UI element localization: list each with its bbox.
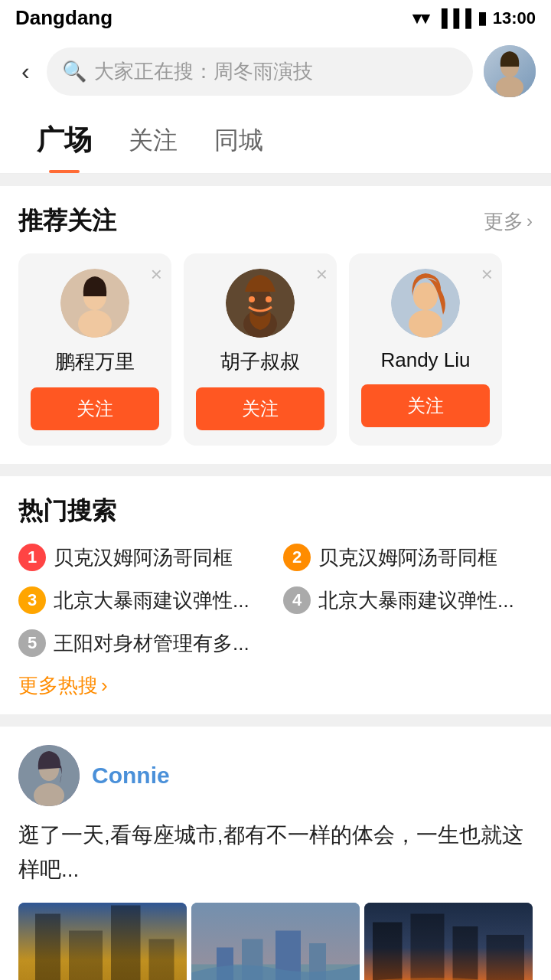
time: 13:00: [493, 8, 536, 28]
post-image-2: [191, 903, 360, 980]
user-avatar[interactable]: [484, 45, 536, 97]
rec-name-3: Randy Liu: [380, 348, 470, 372]
recommend-card-2: × 胡子叔叔 关注: [184, 253, 337, 446]
back-button[interactable]: ‹: [15, 54, 36, 89]
post-header: Connie: [18, 745, 533, 806]
signal-icon: ▐▐▐: [435, 8, 471, 28]
tab-同城[interactable]: 同城: [196, 109, 282, 172]
rec-name-1: 鹏程万里: [55, 348, 135, 375]
rec-avatar-2: [226, 269, 295, 338]
rec-name-2: 胡子叔叔: [220, 348, 300, 375]
close-card-1[interactable]: ×: [151, 263, 162, 286]
svg-rect-32: [453, 926, 478, 980]
status-icons: ▾▾ ▐▐▐ ▮ 13:00: [412, 8, 536, 28]
wifi-icon: ▾▾: [412, 8, 429, 28]
hot-item-4[interactable]: 4 北京大暴雨建议弹性...: [283, 586, 533, 614]
svg-point-10: [266, 296, 272, 302]
svg-rect-20: [111, 905, 141, 980]
rank-badge-4: 4: [283, 586, 311, 614]
hot-search-grid: 1 贝克汉姆阿汤哥同框 2 贝克汉姆阿汤哥同框 3 北京大暴雨建议弹性... 4…: [18, 544, 533, 657]
hot-item-2[interactable]: 2 贝克汉姆阿汤哥同框: [283, 544, 533, 571]
tab-广场[interactable]: 广场: [18, 106, 110, 173]
svg-rect-19: [69, 930, 103, 980]
chevron-right-hot: ›: [101, 674, 108, 697]
post-images: [18, 903, 533, 980]
recommend-title: 推荐关注: [18, 204, 116, 238]
hot-text-5: 王阳对身材管理有多...: [54, 630, 249, 657]
rec-avatar-1: [60, 269, 129, 338]
recommend-more[interactable]: 更多 ›: [484, 208, 533, 235]
more-hot-link[interactable]: 更多热搜 ›: [18, 672, 533, 699]
svg-point-12: [413, 283, 438, 310]
search-icon: 🔍: [62, 60, 86, 83]
recommend-header: 推荐关注 更多 ›: [18, 204, 533, 238]
rank-badge-3: 3: [18, 586, 46, 614]
avatar-image: [484, 45, 536, 97]
svg-rect-31: [411, 913, 445, 980]
follow-button-3[interactable]: 关注: [361, 384, 490, 427]
follow-button-2[interactable]: 关注: [196, 387, 324, 430]
search-bar[interactable]: 🔍 大家正在搜：周冬雨演技: [47, 47, 473, 96]
post-user-avatar[interactable]: [18, 745, 80, 806]
svg-point-5: [78, 310, 112, 338]
rank-badge-1: 1: [18, 544, 46, 571]
recommend-section: 推荐关注 更多 › × 鹏程万里 关注 ×: [0, 186, 551, 464]
post-image-1: [18, 903, 187, 980]
rec-avatar-3: [391, 269, 460, 338]
battery-icon: ▮: [478, 8, 487, 28]
svg-rect-21: [149, 939, 174, 980]
recommend-card-3: × Randy Liu 关注: [349, 253, 502, 446]
hot-item-5[interactable]: 5 王阳对身材管理有多...: [18, 629, 268, 657]
hot-item-1[interactable]: 1 贝克汉姆阿汤哥同框: [18, 544, 268, 571]
status-bar: Dangdang ▾▾ ▐▐▐ ▮ 13:00: [0, 0, 551, 36]
post-username[interactable]: Connie: [92, 763, 170, 789]
chevron-right-icon: ›: [527, 211, 533, 232]
close-card-3[interactable]: ×: [481, 263, 493, 286]
recommend-card-1: × 鹏程万里 关注: [18, 253, 171, 446]
rank-badge-2: 2: [283, 544, 311, 571]
search-hint: 大家正在搜：周冬雨演技: [94, 58, 313, 85]
hot-text-3: 北京大暴雨建议弹性...: [54, 587, 249, 614]
rank-badge-5: 5: [18, 629, 46, 657]
svg-point-2: [496, 77, 523, 97]
feed-post: Connie 逛了一天,看每座城市,都有不一样的体会，一生也就这样吧...: [0, 727, 551, 980]
hot-text-1: 贝克汉姆阿汤哥同框: [54, 544, 233, 571]
post-image-3: [364, 903, 533, 980]
post-text: 逛了一天,看每座城市,都有不一样的体会，一生也就这样吧...: [18, 818, 533, 887]
svg-point-13: [409, 310, 442, 338]
hot-search-title: 热门搜索: [18, 495, 533, 528]
hot-text-2: 贝克汉姆阿汤哥同框: [318, 544, 497, 571]
svg-rect-18: [35, 913, 60, 980]
svg-point-9: [249, 296, 255, 302]
hot-item-3[interactable]: 3 北京大暴雨建议弹性...: [18, 586, 268, 614]
app-name: Dangdang: [15, 6, 112, 30]
svg-rect-33: [487, 935, 525, 980]
header: ‹ 🔍 大家正在搜：周冬雨演技: [0, 36, 551, 106]
svg-rect-30: [373, 922, 403, 980]
tab-关注[interactable]: 关注: [110, 109, 196, 172]
tab-bar: 广场 关注 同城: [0, 106, 551, 174]
recommend-cards-container: × 鹏程万里 关注 ×: [18, 253, 533, 452]
close-card-2[interactable]: ×: [316, 263, 328, 286]
follow-button-1[interactable]: 关注: [31, 387, 159, 430]
hot-search-section: 热门搜索 1 贝克汉姆阿汤哥同框 2 贝克汉姆阿汤哥同框 3 北京大暴雨建议弹性…: [0, 476, 551, 714]
hot-text-4: 北京大暴雨建议弹性...: [318, 587, 514, 614]
